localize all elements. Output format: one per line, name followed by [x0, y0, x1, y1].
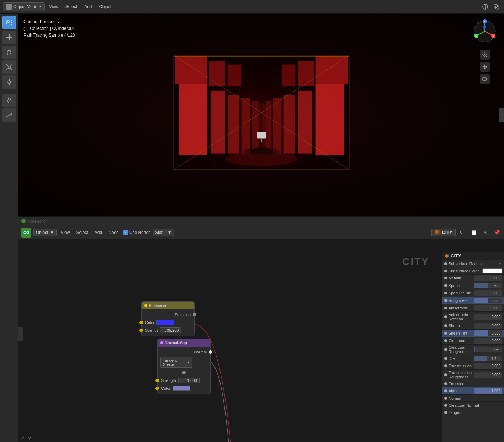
prop-anisotropic-rotation[interactable]: Anisotropic Rotation 0.000: [442, 312, 504, 322]
object-menu[interactable]: Object: [96, 3, 114, 11]
use-nodes-toggle[interactable]: ✓ Use Nodes: [123, 230, 150, 235]
prop-specular-tint-label: Specular Tint: [449, 291, 473, 295]
prop-alpha-bar[interactable]: 1.000: [474, 388, 502, 394]
prop-anisotropic-bar[interactable]: 0.000: [474, 305, 502, 311]
object-type-dropdown[interactable]: Object ▼: [33, 229, 57, 236]
view-menu[interactable]: View: [46, 3, 61, 11]
prop-ior[interactable]: IOR 1.450: [442, 355, 504, 362]
shield-icon[interactable]: 🛡: [458, 228, 467, 237]
prop-clearcoat-normal[interactable]: Clearcoat Normal: [442, 402, 504, 409]
prop-clearcoat-label: Clearcoat: [449, 339, 473, 343]
emission-strength-row: Strengt 505.200: [142, 326, 194, 334]
svg-point-22: [8, 102, 9, 103]
prop-transmission-roughness-bar[interactable]: 0.000: [474, 372, 502, 378]
prop-metallic[interactable]: Metallic 0.000: [442, 275, 504, 282]
prop-normal[interactable]: Normal: [442, 395, 504, 402]
normal-color-swatch[interactable]: [173, 386, 190, 391]
prop-sheen[interactable]: Sheen 0.000: [442, 322, 504, 330]
pin-icon[interactable]: 📌: [492, 228, 501, 237]
prop-roughness[interactable]: Roughness 0.500: [442, 297, 504, 304]
zoom-in-button[interactable]: [480, 50, 490, 60]
scale-tool-button[interactable]: [2, 60, 16, 74]
camera-button[interactable]: [480, 74, 490, 84]
select-tool-button[interactable]: [2, 16, 16, 29]
emission-node[interactable]: Emission Emission Color: [141, 301, 195, 336]
prop-transmission[interactable]: Transmission 0.000: [442, 362, 504, 370]
prop-subsurface-color[interactable]: Subsurface Color: [442, 267, 504, 275]
prop-clearcoat-roughness[interactable]: Clearcoat Roughness 0.030: [442, 345, 504, 355]
svg-rect-40: [228, 95, 239, 154]
prop-subsurface-radius-label: Subsurface Radius: [449, 262, 497, 266]
prop-transmission-bar[interactable]: 0.000: [474, 363, 502, 369]
overlay-icon[interactable]: [492, 2, 501, 11]
gizmo-sphere[interactable]: Z X Y: [471, 17, 499, 46]
node-view-menu[interactable]: View: [59, 229, 72, 236]
normal-color-socket[interactable]: [155, 387, 159, 390]
prop-sheen-tint-bar[interactable]: 0.500: [474, 330, 502, 336]
emission-strength-value[interactable]: 505.200: [160, 327, 181, 333]
node-collapse-left-button[interactable]: ›: [18, 327, 23, 341]
slot-dropdown[interactable]: Slot 1 ▼: [153, 229, 174, 236]
prop-anisotropic-rotation-bar[interactable]: 0.000: [474, 314, 502, 320]
node-editor[interactable]: Object ▼ View Select Add Node ✓ Use Node…: [18, 226, 504, 442]
prop-sheen-tint-label: Sheen Tint: [449, 331, 473, 335]
prop-clearcoat-roughness-bar[interactable]: 0.030: [474, 347, 502, 352]
emission-strength-label: Strengt: [145, 328, 158, 332]
select-menu[interactable]: Select: [63, 3, 80, 11]
rotate-tool-button[interactable]: [2, 46, 16, 59]
prop-ior-bar[interactable]: 1.450: [474, 356, 502, 361]
copy-icon[interactable]: 📋: [469, 228, 478, 237]
normal-map-node[interactable]: Normal/Map Normal Tangent Space ▼: [157, 339, 211, 394]
close-material-icon[interactable]: ✕: [481, 228, 490, 237]
prop-specular-bar[interactable]: 0.500: [474, 283, 502, 288]
prop-dot: [444, 357, 447, 360]
emission-output-socket[interactable]: [193, 313, 196, 316]
prop-specular-tint[interactable]: Specular Tint 0.000: [442, 289, 504, 297]
node-editor-type-icon[interactable]: [21, 228, 31, 238]
emission-color-swatch[interactable]: [156, 320, 174, 325]
prop-tangent[interactable]: Tangent: [442, 409, 504, 416]
node-canvas[interactable]: CITY Emission: [18, 239, 504, 442]
prop-sheen-tint[interactable]: Sheen Tint 0.500: [442, 330, 504, 337]
move-tool-button[interactable]: [2, 31, 16, 44]
pan-button[interactable]: [480, 62, 490, 72]
prop-emission-label: Emission: [449, 382, 502, 386]
prop-alpha[interactable]: Alpha 1.000: [442, 387, 504, 395]
svg-line-15: [6, 68, 8, 70]
collapse-right-button[interactable]: ›: [499, 108, 504, 122]
viewport-3d[interactable]: Camera Perspective (1) Collection | Cyli…: [18, 14, 504, 216]
transform-tool-button[interactable]: [2, 75, 16, 89]
object-mode-button[interactable]: Object Mode ▼: [3, 2, 45, 11]
prop-emission[interactable]: Emission: [442, 380, 504, 387]
svg-rect-44: [315, 56, 348, 84]
prop-specular-tint-bar[interactable]: 0.000: [474, 290, 502, 296]
prop-sheen-bar[interactable]: 0.000: [474, 323, 502, 329]
tangent-space-label: Tangent Space: [163, 358, 187, 367]
material-selector[interactable]: CITY: [431, 229, 456, 236]
emission-strength-socket[interactable]: [139, 329, 143, 332]
node-select-menu[interactable]: Select: [74, 229, 90, 236]
prop-metallic-bar[interactable]: 0.000: [474, 275, 502, 281]
prop-anisotropic[interactable]: Anisotropic 0.000: [442, 304, 504, 312]
prop-specular[interactable]: Specular 0.500: [442, 282, 504, 289]
node-add-menu[interactable]: Add: [92, 229, 104, 236]
viewport-shading-icon[interactable]: [481, 2, 490, 11]
use-nodes-checkbox[interactable]: ✓: [123, 230, 128, 235]
normal-dot-socket: [182, 371, 186, 374]
prop-subsurface-radius[interactable]: Subsurface Radius ▼: [442, 260, 504, 267]
prop-transmission-roughness[interactable]: Transmission Roughness 0.000: [442, 370, 504, 380]
normal-strength-value[interactable]: 1.000: [178, 378, 200, 383]
node-menu[interactable]: Node: [106, 229, 121, 236]
prop-clearcoat[interactable]: Clearcoat 0.000: [442, 337, 504, 345]
prop-transmission-label: Transmission: [449, 364, 473, 368]
prop-roughness-bar[interactable]: 0.500: [474, 298, 502, 303]
add-menu[interactable]: Add: [81, 3, 95, 11]
measure-tool-button[interactable]: [2, 108, 16, 122]
tangent-space-dropdown[interactable]: Tangent Space ▼: [160, 357, 192, 368]
subsurface-color-swatch[interactable]: [482, 268, 502, 273]
prop-clearcoat-bar[interactable]: 0.000: [474, 338, 502, 344]
normal-strength-socket[interactable]: [155, 379, 159, 382]
normal-output-socket[interactable]: [209, 350, 212, 354]
annotate-tool-button[interactable]: [2, 94, 16, 107]
emission-color-socket[interactable]: [139, 321, 143, 324]
